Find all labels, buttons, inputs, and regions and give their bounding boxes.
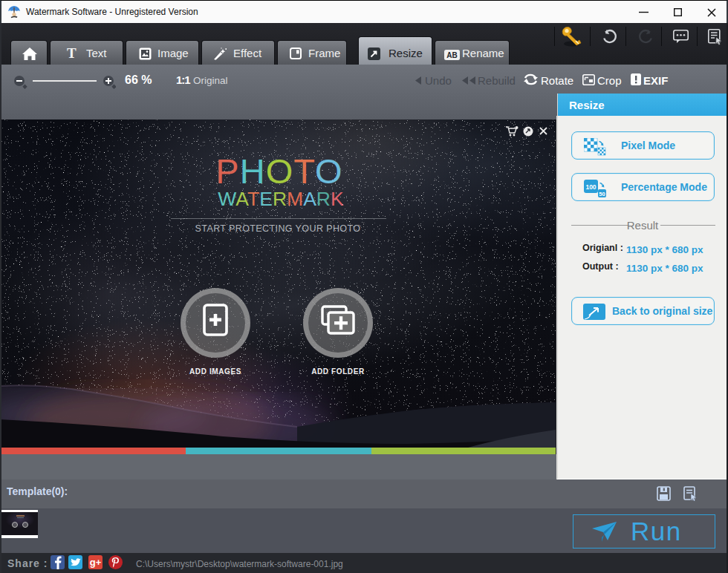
svg-text:100: 100 [585,183,596,191]
svg-text:AB: AB [446,51,457,59]
svg-text:50: 50 [599,191,605,197]
